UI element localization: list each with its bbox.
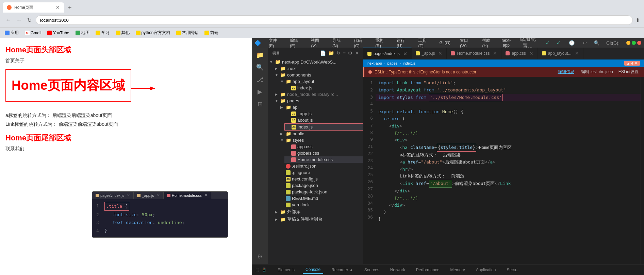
tab-close-button[interactable]: ✕ bbox=[56, 5, 60, 10]
window-close[interactable] bbox=[637, 41, 641, 45]
devtools-tab-application[interactable]: Application bbox=[473, 266, 499, 274]
tree-globals-css[interactable]: globals.css bbox=[284, 150, 363, 156]
tree-app-css[interactable]: app.css bbox=[284, 143, 363, 150]
tree-styles[interactable]: 📁 styles bbox=[279, 137, 363, 143]
devtools-inspect-icon[interactable]: ⬚ bbox=[254, 267, 260, 273]
devtools-tab-console[interactable]: Console bbox=[303, 266, 323, 274]
tree-api[interactable]: 📁 api bbox=[279, 104, 363, 110]
error-settings-link[interactable]: ESLint设置 bbox=[618, 69, 639, 75]
tree-about-js[interactable]: JS about.js bbox=[284, 117, 363, 123]
error-detail-link[interactable]: 详细信息 bbox=[558, 69, 574, 75]
url-input[interactable] bbox=[36, 15, 633, 25]
tab-app-layout[interactable]: app_layout... ✕ bbox=[538, 48, 583, 59]
menu-edit[interactable]: 编辑(E) bbox=[288, 38, 304, 49]
devtools-tab-sources[interactable]: Sources bbox=[362, 266, 382, 274]
tree-drafts[interactable]: 📁 草稿文件和控制台 bbox=[274, 216, 363, 223]
css-tab-css-close[interactable]: ✕ bbox=[204, 193, 208, 197]
tree-index-js-highlighted[interactable]: JS index.js bbox=[284, 123, 363, 131]
tab-app-css-close[interactable]: ✕ bbox=[529, 51, 533, 56]
tree-next-config[interactable]: JS next.config.js bbox=[279, 176, 363, 182]
breadcrumb-next-app[interactable]: next-app bbox=[367, 61, 382, 65]
bookmark-gmail[interactable]: M Gmail bbox=[23, 30, 43, 36]
css-popup-tab-css[interactable]: Home.module.css ✕ bbox=[164, 192, 211, 199]
sidebar-more-icon[interactable]: ⚙ bbox=[348, 50, 353, 56]
css-popup-tab-index[interactable]: pages\index.js ✕ bbox=[92, 192, 134, 199]
debug-activity-icon[interactable]: ▶ bbox=[255, 87, 265, 97]
devtools-tab-elements[interactable]: Elements bbox=[275, 266, 297, 274]
bookmark-python[interactable]: python官方文档 bbox=[134, 29, 172, 36]
css-tab-index-close[interactable]: ✕ bbox=[127, 193, 130, 197]
tree-pages[interactable]: 📁 pages bbox=[274, 98, 363, 104]
tree-next[interactable]: 📁 .next bbox=[274, 65, 363, 72]
breadcrumb-indexjs[interactable]: index.js bbox=[403, 61, 415, 65]
devtools-device-icon[interactable]: 📱 bbox=[261, 267, 267, 273]
menu-git[interactable]: Git(G) bbox=[437, 40, 452, 46]
tab-index-js[interactable]: pages/index.js ✕ bbox=[363, 48, 412, 59]
sidebar-refresh-icon[interactable]: ↻ bbox=[336, 50, 341, 56]
tree-gitignore[interactable]: .gitignore bbox=[279, 169, 363, 176]
window-minimize[interactable] bbox=[626, 41, 630, 45]
tab-app-close[interactable]: ✕ bbox=[438, 51, 442, 56]
devtools-tab-performance[interactable]: Performance bbox=[413, 266, 442, 274]
search-activity-icon[interactable]: 🔍 bbox=[255, 63, 265, 72]
new-tab-button[interactable]: + bbox=[65, 3, 75, 12]
bookmark-front[interactable]: 前端 bbox=[202, 29, 220, 36]
tree-package-json[interactable]: package.json bbox=[279, 182, 363, 189]
editor-scrollbar[interactable] bbox=[641, 77, 644, 264]
menu-help[interactable]: 帮助(H) bbox=[480, 38, 496, 49]
menu-window[interactable]: 窗口(W) bbox=[458, 38, 475, 49]
window-maximize[interactable] bbox=[632, 41, 636, 45]
settings-activity-icon[interactable]: ⚙ bbox=[255, 252, 265, 261]
sidebar-new-file-icon[interactable]: 📄 bbox=[320, 50, 326, 56]
tab-home-css-close[interactable]: ✕ bbox=[493, 51, 497, 56]
menu-view[interactable]: 视图(V) bbox=[309, 38, 325, 49]
forward-button[interactable]: → bbox=[15, 16, 23, 24]
tree-yarn-lock[interactable]: yarn.lock bbox=[279, 202, 363, 208]
menu-run[interactable]: 运行(U) bbox=[395, 38, 411, 49]
tree-home-module-css[interactable]: Home.module.css bbox=[284, 156, 363, 163]
tree-public[interactable]: 📁 public bbox=[279, 131, 363, 137]
css-popup-tab-app[interactable]: _app.js ✕ bbox=[134, 192, 163, 199]
tree-eslintrc[interactable]: .eslintrc.json bbox=[279, 163, 363, 169]
devtools-tab-recorder[interactable]: Recorder ▲ bbox=[329, 266, 356, 274]
devtools-tab-network[interactable]: Network bbox=[387, 266, 408, 274]
breadcrumb-pages[interactable]: pages bbox=[387, 61, 397, 65]
sidebar-collapse-icon[interactable]: ≡ bbox=[343, 50, 346, 56]
css-tab-app-close[interactable]: ✕ bbox=[157, 193, 160, 197]
tree-app-layout-index[interactable]: JS index.js bbox=[284, 85, 363, 91]
bookmark-youtube[interactable]: YouTube bbox=[45, 30, 71, 36]
tab-index-close[interactable]: ✕ bbox=[403, 51, 407, 56]
bookmark-apps[interactable]: 应用 bbox=[3, 29, 21, 36]
extensions-activity-icon[interactable]: ⊞ bbox=[255, 99, 265, 109]
back-button[interactable]: ← bbox=[4, 16, 12, 24]
tree-external-libs[interactable]: 📁 外部库 bbox=[274, 208, 363, 216]
bookmark-other[interactable]: 其他 bbox=[114, 29, 132, 36]
sidebar-new-folder-icon[interactable]: 📁 bbox=[328, 50, 334, 56]
git-activity-icon[interactable]: ⎇ bbox=[255, 75, 265, 84]
tree-package-lock[interactable]: package-lock.json bbox=[279, 189, 363, 195]
menu-file[interactable]: 文件(F) bbox=[267, 38, 282, 49]
tab-app-css[interactable]: app.css ✕ bbox=[501, 48, 538, 59]
tab-home-css[interactable]: Home.module.css ✕ bbox=[447, 48, 501, 59]
devtools-tab-memory[interactable]: Memory bbox=[447, 266, 467, 274]
tree-node-modules[interactable]: 📁 node_modules library rc... bbox=[274, 91, 363, 98]
tree-readme[interactable]: README.md bbox=[279, 195, 363, 202]
bookmark-common[interactable]: 常用网站 bbox=[174, 29, 200, 36]
tab-app-js[interactable]: _app.js ✕ bbox=[412, 48, 447, 59]
sidebar-close-icon[interactable]: ✕ bbox=[355, 50, 359, 56]
menu-code[interactable]: 代码(C) bbox=[352, 38, 368, 49]
explorer-icon[interactable]: 📁 bbox=[255, 50, 265, 60]
share-button[interactable]: ⬆ bbox=[635, 17, 640, 23]
bookmark-study[interactable]: 学习 bbox=[94, 29, 112, 36]
browser-tab-home[interactable]: Home页面 ✕ bbox=[3, 2, 64, 13]
tree-components[interactable]: 📁 components bbox=[274, 72, 363, 78]
devtools-tab-security[interactable]: Secu... bbox=[504, 266, 522, 274]
error-edit-link[interactable]: 编辑 .eslintrc.json bbox=[581, 69, 613, 75]
tree-app-js[interactable]: JS _app.js bbox=[284, 110, 363, 117]
menu-nav[interactable]: 导航(N) bbox=[330, 38, 346, 49]
tab-app-layout-close[interactable]: ✕ bbox=[575, 51, 579, 56]
tree-root[interactable]: 📁 next-app D:\CWork\WebS... bbox=[268, 58, 363, 65]
menu-tools[interactable]: 工具(T) bbox=[416, 38, 432, 49]
refresh-button[interactable]: ↻ bbox=[26, 16, 33, 25]
code-content[interactable]: import Link from "next/link"; import App… bbox=[376, 77, 641, 264]
